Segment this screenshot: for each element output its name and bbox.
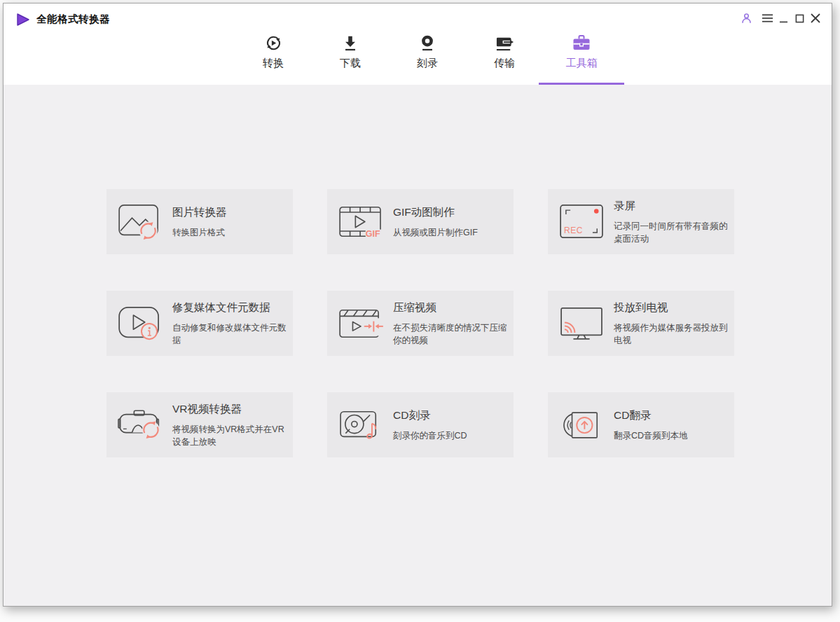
card-title: 投放到电视 bbox=[614, 300, 729, 315]
close-button[interactable] bbox=[808, 11, 823, 26]
user-icon bbox=[741, 12, 752, 25]
card-subtitle: 记录同一时间所有带有音频的桌面活动 bbox=[614, 220, 729, 245]
card-icon-wrap bbox=[558, 305, 606, 343]
hamburger-icon bbox=[762, 13, 773, 23]
card-title: 修复媒体文件元数据 bbox=[172, 300, 287, 315]
card-text: 录屏记录同一时间所有带有音频的桌面活动 bbox=[614, 199, 729, 245]
tab-icon-wrap bbox=[495, 29, 514, 53]
titlebar: 全能格式转换器 bbox=[16, 13, 110, 26]
card-text: CD刻录刻录你的音乐到CD bbox=[393, 408, 467, 442]
tab-transfer[interactable]: 传输 bbox=[466, 29, 543, 85]
card-text: 压缩视频在不损失清晰度的情况下压缩你的视频 bbox=[393, 300, 508, 347]
card-subtitle: 在不损失清晰度的情况下压缩你的视频 bbox=[393, 322, 508, 347]
card-subtitle: 刻录你的音乐到CD bbox=[393, 429, 467, 442]
tab-convert[interactable]: 转换 bbox=[235, 29, 312, 85]
card-compress-video[interactable]: 压缩视频在不损失清晰度的情况下压缩你的视频 bbox=[327, 291, 514, 356]
close-icon bbox=[811, 13, 820, 23]
maximize-icon bbox=[795, 14, 804, 23]
tab-toolbox[interactable]: 工具箱 bbox=[543, 29, 620, 85]
card-text: CD翻录翻录CD音频到本地 bbox=[614, 408, 688, 442]
minimize-icon bbox=[779, 14, 788, 23]
card-icon-wrap: GIF bbox=[338, 203, 385, 241]
tab-icon-wrap bbox=[264, 29, 283, 53]
card-title: 压缩视频 bbox=[393, 300, 508, 315]
card-icon-wrap bbox=[338, 305, 385, 343]
card-fix-metadata[interactable]: 修复媒体文件元数据自动修复和修改媒体文件元数据 bbox=[106, 291, 293, 356]
svg-text:GIF: GIF bbox=[366, 229, 380, 239]
card-cast-to-tv[interactable]: 投放到电视将视频作为媒体服务器投放到电视 bbox=[548, 291, 734, 356]
card-title: CD刻录 bbox=[393, 408, 467, 423]
tab-icon-wrap bbox=[341, 29, 359, 53]
tab-label: 工具箱 bbox=[566, 57, 598, 70]
screen-record-icon: REC bbox=[559, 203, 605, 241]
card-title: 录屏 bbox=[614, 199, 729, 214]
card-text: 修复媒体文件元数据自动修复和修改媒体文件元数据 bbox=[172, 300, 287, 347]
card-cd-burn[interactable]: CD刻录刻录你的音乐到CD bbox=[327, 392, 514, 457]
tab-label: 下载 bbox=[340, 57, 361, 70]
card-text: GIF动图制作从视频或图片制作GIF bbox=[393, 205, 478, 239]
card-text: VR视频转换器将视频转换为VR格式并在VR设备上放映 bbox=[172, 402, 287, 448]
compress-video-icon bbox=[338, 305, 385, 343]
burn-icon bbox=[418, 34, 436, 53]
tab-icon-wrap bbox=[418, 29, 436, 53]
app-logo-icon bbox=[16, 13, 30, 26]
card-title: CD翻录 bbox=[614, 408, 688, 423]
main-area: 图片转换器转换图片格式 GIF GIF动图制作从视频或图片制作GIF REC 录… bbox=[4, 85, 832, 606]
card-title: VR视频转换器 bbox=[172, 402, 287, 417]
card-subtitle: 转换图片格式 bbox=[172, 226, 227, 239]
card-gif-maker[interactable]: GIF GIF动图制作从视频或图片制作GIF bbox=[327, 189, 514, 254]
tab-burn[interactable]: 刻录 bbox=[389, 29, 466, 85]
card-vr-converter[interactable]: VR视频转换器将视频转换为VR格式并在VR设备上放映 bbox=[106, 392, 293, 457]
card-image-converter[interactable]: 图片转换器转换图片格式 bbox=[106, 189, 293, 254]
card-icon-wrap bbox=[117, 203, 165, 241]
card-title: GIF动图制作 bbox=[393, 205, 478, 220]
card-title: 图片转换器 bbox=[172, 205, 227, 220]
tab-label: 转换 bbox=[263, 57, 284, 70]
header: 全能格式转换器 转换 下载 刻录 传输 工具箱 bbox=[4, 4, 832, 85]
nav-tabs: 转换 下载 刻录 传输 工具箱 bbox=[235, 29, 620, 85]
card-cd-rip[interactable]: CD翻录翻录CD音频到本地 bbox=[548, 392, 734, 457]
card-icon-wrap bbox=[117, 305, 165, 343]
image-converter-icon bbox=[118, 203, 164, 241]
minimize-button[interactable] bbox=[776, 11, 791, 26]
tab-download[interactable]: 下载 bbox=[312, 29, 389, 85]
tab-icon-wrap bbox=[572, 29, 591, 53]
app-title: 全能格式转换器 bbox=[36, 13, 110, 26]
card-text: 图片转换器转换图片格式 bbox=[172, 205, 227, 239]
card-icon-wrap: REC bbox=[558, 203, 606, 241]
menu-button[interactable] bbox=[759, 11, 775, 26]
card-icon-wrap bbox=[558, 406, 606, 444]
tab-label: 传输 bbox=[494, 57, 515, 70]
gif-maker-icon: GIF bbox=[338, 203, 385, 241]
vr-converter-icon bbox=[118, 406, 164, 444]
toolbox-icon bbox=[572, 33, 591, 53]
card-text: 投放到电视将视频作为媒体服务器投放到电视 bbox=[614, 300, 729, 347]
maximize-button[interactable] bbox=[792, 11, 807, 26]
card-subtitle: 翻录CD音频到本地 bbox=[614, 429, 688, 442]
window-controls bbox=[738, 11, 823, 26]
convert-icon bbox=[264, 34, 283, 53]
account-button[interactable] bbox=[738, 11, 754, 26]
card-screen-record[interactable]: REC 录屏记录同一时间所有带有音频的桌面活动 bbox=[548, 189, 734, 254]
card-subtitle: 自动修复和修改媒体文件元数据 bbox=[172, 322, 287, 347]
svg-text:REC: REC bbox=[564, 225, 583, 235]
download-icon bbox=[341, 34, 359, 53]
transfer-icon bbox=[495, 34, 514, 53]
card-subtitle: 将视频作为媒体服务器投放到电视 bbox=[614, 322, 729, 347]
cd-burn-icon bbox=[338, 406, 385, 444]
card-icon-wrap bbox=[338, 406, 385, 444]
card-subtitle: 将视频转换为VR格式并在VR设备上放映 bbox=[172, 423, 287, 448]
fix-metadata-icon bbox=[118, 305, 164, 343]
app-window: 全能格式转换器 转换 下载 刻录 传输 工具箱 bbox=[3, 3, 832, 607]
card-subtitle: 从视频或图片制作GIF bbox=[393, 226, 478, 239]
cast-to-tv-icon bbox=[559, 305, 605, 343]
card-icon-wrap bbox=[117, 406, 165, 444]
tab-label: 刻录 bbox=[417, 57, 438, 70]
toolbox-grid: 图片转换器转换图片格式 GIF GIF动图制作从视频或图片制作GIF REC 录… bbox=[4, 85, 832, 457]
cd-rip-icon bbox=[559, 406, 605, 444]
